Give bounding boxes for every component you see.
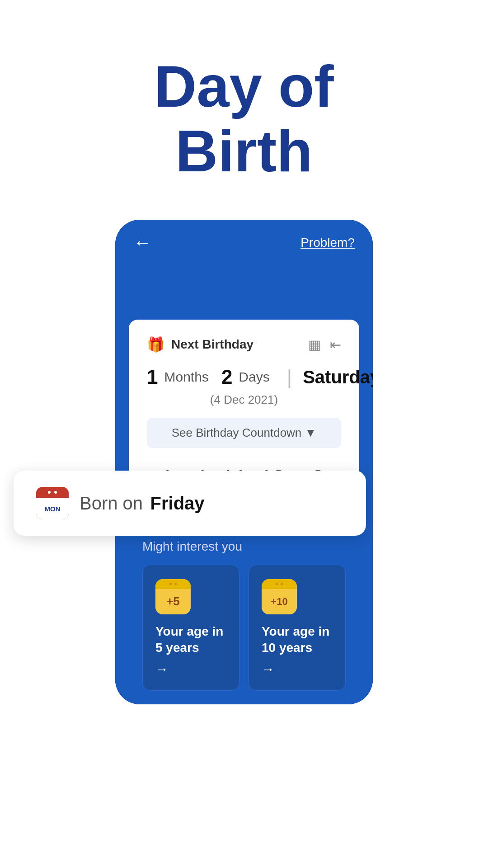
born-day: Friday	[150, 493, 205, 513]
months-number: 1	[147, 366, 158, 388]
gift-icon: 🎁	[147, 336, 165, 353]
share-icon[interactable]: ⇤	[330, 337, 341, 353]
age-10-icon: +10	[262, 579, 297, 614]
interest-card-5years[interactable]: +5 Your age in 5 years →	[142, 565, 239, 691]
birthday-card-header: 🎁 Next Birthday ▦ ⇤	[147, 336, 341, 353]
interest-card-2-arrow: →	[262, 662, 333, 677]
age-5-icon: +5	[155, 579, 191, 614]
interest-card-1-text: Your age in 5 years	[155, 623, 226, 656]
born-text: Born on Friday	[80, 493, 205, 514]
age-5-badge: +5	[166, 594, 180, 609]
hero-title: Day of Birth	[27, 54, 461, 184]
interest-card-10years[interactable]: +10 Your age in 10 years →	[249, 565, 346, 691]
hero-title-line2: Birth	[175, 118, 312, 184]
days-label: Days	[239, 369, 269, 385]
back-button[interactable]: ←	[133, 232, 151, 253]
copy-icon[interactable]: ▦	[308, 337, 321, 353]
calendar-icon: MON	[36, 487, 69, 519]
interest-icon-wrapper-2: +10	[262, 579, 333, 614]
days-number: 2	[221, 366, 232, 388]
born-prefix: Born on	[80, 493, 143, 513]
birthday-day-name: Saturday	[303, 367, 373, 387]
see-countdown-button[interactable]: See Birthday Countdown ▼	[147, 418, 341, 448]
hero-section: Day of Birth	[0, 0, 488, 220]
card-actions: ▦ ⇤	[308, 337, 341, 353]
phone-frame: ← Problem? 🎁 Next Birthday ▦ ⇤	[115, 220, 373, 704]
interest-section: Might interest you	[129, 526, 359, 691]
hero-title-line1: Day of	[154, 53, 333, 119]
interest-section-title: Might interest you	[142, 539, 346, 554]
calendar-month-label: MON	[45, 505, 61, 513]
months-label: Months	[164, 369, 208, 385]
phone-inner: ← Problem? 🎁 Next Birthday ▦ ⇤	[115, 220, 373, 704]
interest-card-1-arrow: →	[155, 662, 226, 677]
problem-link[interactable]: Problem?	[300, 236, 355, 250]
born-card-wrapper: MON Born on Friday	[14, 471, 366, 536]
birthday-card-title: Next Birthday	[171, 337, 253, 352]
pipe-divider: |	[287, 366, 292, 388]
app-header: ← Problem?	[115, 220, 373, 265]
birthday-date: (4 Dec 2021)	[147, 393, 341, 407]
born-card: MON Born on Friday	[14, 471, 366, 536]
birthday-title-row: 🎁 Next Birthday	[147, 336, 253, 353]
age-10-badge: +10	[271, 596, 287, 608]
interest-icon-wrapper-1: +5	[155, 579, 226, 614]
next-birthday-row: 1 Months 2 Days | Saturday	[147, 366, 341, 388]
interest-cards: +5 Your age in 5 years →	[142, 565, 346, 691]
interest-card-2-text: Your age in 10 years	[262, 623, 333, 656]
